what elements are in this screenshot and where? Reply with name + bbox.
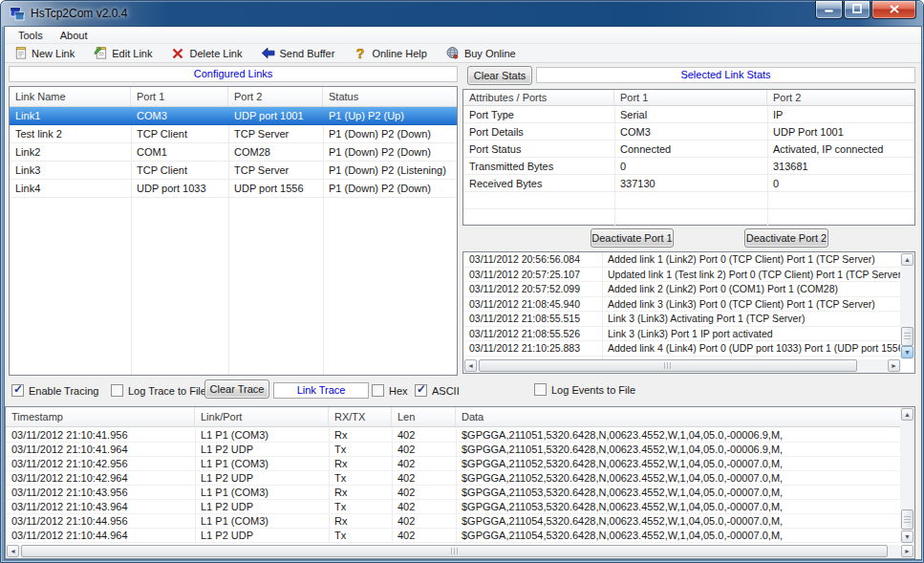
configured-links-table: Link Name Port 1 Port 2 Status Link1 COM… (9, 86, 458, 376)
event-row[interactable]: 03/11/2012 20:57:52.099 Added link 2 (Li… (463, 282, 900, 297)
log-trace-checkbox[interactable] (111, 384, 123, 397)
send-buffer-button[interactable]: Send Buffer (257, 45, 341, 61)
scroll-right-icon[interactable]: ► (901, 545, 913, 557)
new-link-icon (12, 46, 28, 60)
menu-about[interactable]: About (53, 29, 96, 42)
delete-link-icon (170, 46, 185, 60)
trace-row[interactable]: 03/11/2012 21:10:42.964 L1 P2 UDP Tx 402… (6, 471, 900, 486)
cell-trace-link-port: L1 P2 UDP (195, 471, 329, 485)
link-row[interactable]: Link2 COM1 COM28 P1 (Down) P2 (Down) (10, 143, 457, 162)
stats-row[interactable]: Received Bytes 337130 0 (463, 175, 914, 192)
column-header-attributes[interactable]: Attributes / Ports (463, 90, 614, 105)
event-row[interactable]: 03/11/2012 21:08:45.940 Added link 3 (Li… (463, 297, 900, 313)
minimize-button[interactable] (815, 1, 843, 19)
scroll-down-icon[interactable]: ▼ (901, 346, 913, 358)
event-row[interactable]: 03/11/2012 20:56:56.084 Added link 1 (Li… (463, 252, 900, 268)
cell-trace-rxtx: Rx (329, 486, 392, 499)
trace-row[interactable]: 03/11/2012 21:10:44.964 L1 P2 UDP Tx 402… (6, 529, 900, 543)
menu-tools[interactable]: Tools (11, 29, 51, 42)
column-header-timestamp[interactable]: Timestamp (6, 407, 195, 426)
stats-row[interactable]: Port Details COM3 UDP Port 1001 (463, 123, 914, 141)
column-header-len[interactable]: Len (392, 407, 456, 426)
event-log-vertical-scrollbar[interactable]: ▲ ▼ (900, 252, 914, 359)
deactivate-port2-button[interactable]: Deactivate Port 2 (744, 228, 828, 248)
column-header-stats-port2[interactable]: Port 2 (767, 90, 914, 105)
scroll-up-icon[interactable]: ▲ (901, 408, 913, 421)
link-row[interactable]: Test link 2 TCP Client TCP Server P1 (Do… (10, 125, 457, 143)
cell-port1: COM1 (131, 143, 228, 161)
column-header-port1[interactable]: Port 1 (131, 87, 228, 106)
scroll-down-icon[interactable]: ▼ (901, 531, 913, 543)
scroll-left-icon[interactable]: ◄ (464, 359, 477, 372)
stats-table-header: Attributes / Ports Port 1 Port 2 (463, 90, 914, 106)
trace-vertical-scrollbar[interactable]: ▲ ▼ (900, 407, 914, 544)
link-row[interactable]: Link3 TCP Client TCP Server P1 (Down) P2… (10, 162, 457, 180)
ascii-checkbox[interactable] (415, 384, 427, 397)
column-header-data[interactable]: Data (456, 407, 914, 426)
stats-row[interactable]: Port Type Serial IP (463, 106, 914, 123)
trace-row[interactable]: 03/11/2012 21:10:41.964 L1 P2 UDP Tx 402… (6, 443, 900, 457)
stats-row[interactable]: Port Status Connected Activated, IP conn… (463, 141, 914, 158)
event-row[interactable]: 03/11/2012 20:57:25.107 Updated link 1 (… (463, 268, 900, 283)
scrollbar-thumb[interactable] (901, 327, 913, 346)
scroll-right-icon[interactable]: ► (888, 359, 900, 372)
cell-event-message: Added link 2 (Link2) Port 0 (COM1) Port … (602, 282, 900, 296)
link-row[interactable]: Link1 COM3 UDP port 1001 P1 (Up) P2 (Up) (10, 107, 457, 125)
column-header-link-port[interactable]: Link/Port (195, 407, 329, 426)
event-row[interactable]: 03/11/2012 21:10:25.883 Added link 4 (Li… (463, 341, 900, 357)
cell-trace-rxtx: Rx (329, 514, 392, 528)
scrollbar-thumb[interactable] (21, 545, 888, 557)
trace-row[interactable]: 03/11/2012 21:10:44.956 L1 P1 (COM3) Rx … (6, 514, 900, 529)
deactivate-port1-button[interactable]: Deactivate Port 1 (591, 228, 674, 248)
event-row[interactable]: 03/11/2012 21:08:55.526 Link 3 (Link3) P… (463, 327, 900, 342)
buy-online-button[interactable]: Buy Online (441, 45, 522, 61)
cell-trace-data: $GPGGA,211051,5320.6428,N,00623.4552,W,1… (456, 443, 900, 456)
online-help-button[interactable]: ? Online Help (349, 45, 432, 61)
cell-trace-data: $GPGGA,211052,5320.6428,N,00623.4552,W,1… (456, 471, 900, 485)
cell-trace-data: $GPGGA,211054,5320.6428,N,00623.4552,W,1… (456, 529, 900, 542)
trace-row[interactable]: 03/11/2012 21:10:41.956 L1 P1 (COM3) Rx … (6, 428, 900, 443)
column-header-stats-port1[interactable]: Port 1 (614, 90, 767, 105)
column-header-port2[interactable]: Port 2 (228, 87, 323, 106)
scroll-left-icon[interactable]: ◄ (7, 545, 19, 557)
cell-status: P1 (Up) P2 (Up) (323, 107, 457, 124)
column-header-link-name[interactable]: Link Name (10, 87, 131, 106)
window-title: HsTcp2Com v2.0.4 (31, 7, 127, 20)
cell-trace-len: 402 (392, 500, 456, 513)
scrollbar-thumb[interactable] (901, 509, 913, 530)
trace-horizontal-scrollbar[interactable]: ◄ ► (6, 545, 914, 558)
trace-row[interactable]: 03/11/2012 21:10:43.964 L1 P2 UDP Tx 402… (6, 500, 900, 514)
link-row[interactable]: Link4 UDP port 1033 UDP port 1556 P1 (Do… (10, 180, 457, 198)
cell-trace-data: $GPGGA,211051,5320.6428,N,00623.4552,W,1… (456, 428, 900, 442)
clear-trace-button[interactable]: Clear Trace (204, 379, 269, 399)
toolbar-button-label: Send Buffer (280, 48, 335, 59)
toolbar-button-label: Online Help (372, 48, 426, 59)
stats-row[interactable]: Transmitted Bytes 0 313681 (463, 158, 914, 175)
close-icon (890, 4, 899, 15)
close-button[interactable] (871, 1, 916, 19)
cell-trace-rxtx: Tx (329, 443, 392, 456)
toolbar-button-label: Edit Link (112, 48, 152, 59)
event-log-horizontal-scrollbar[interactable]: ◄ ► (463, 359, 901, 373)
trace-row[interactable]: 03/11/2012 21:10:42.956 L1 P1 (COM3) Rx … (6, 457, 900, 471)
scrollbar-thumb[interactable] (479, 359, 857, 372)
event-row[interactable]: 03/11/2012 21:08:55.515 Link 3 (Link3) A… (463, 312, 900, 327)
enable-tracing-checkbox[interactable] (11, 384, 24, 397)
clear-stats-button[interactable]: Clear Stats (467, 66, 532, 85)
edit-link-button[interactable]: Edit Link (89, 45, 158, 61)
hex-checkbox[interactable] (372, 384, 384, 397)
column-header-status[interactable]: Status (323, 87, 457, 106)
new-link-button[interactable]: New Link (9, 45, 80, 61)
delete-link-button[interactable]: Delete Link (166, 45, 247, 61)
cell-trace-rxtx: Tx (329, 500, 392, 513)
trace-row[interactable]: 03/11/2012 21:10:43.956 L1 P1 (COM3) Rx … (6, 486, 900, 500)
scroll-up-icon[interactable]: ▲ (901, 253, 913, 266)
cell-port2: TCP Server (228, 162, 323, 179)
title-bar[interactable]: HsTcp2Com v2.0.4 (1, 1, 923, 27)
maximize-button[interactable] (844, 1, 870, 19)
log-events-checkbox[interactable] (534, 383, 547, 396)
cell-port1: TCP Client (131, 162, 228, 179)
column-header-rxtx[interactable]: RX/TX (329, 407, 392, 426)
window-controls (815, 1, 916, 19)
cell-stats-port2: 313681 (767, 158, 914, 174)
